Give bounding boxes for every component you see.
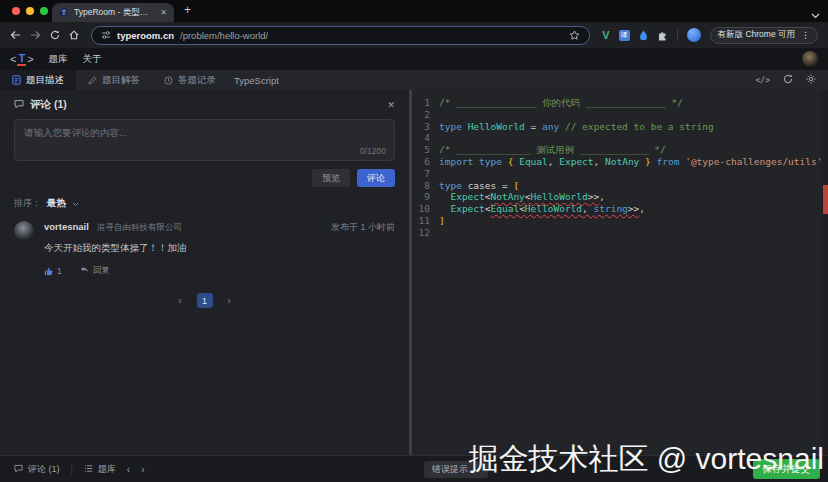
commenter-avatar[interactable] bbox=[14, 221, 34, 241]
document-icon bbox=[12, 75, 21, 85]
vue-devtools-icon[interactable]: V bbox=[602, 29, 609, 41]
code-line[interactable]: 9 Expect<NotAny<HelloWorld>>, bbox=[412, 191, 820, 203]
error-overview-marker bbox=[823, 185, 828, 214]
statusbar-comments-label: 评论 (1) bbox=[28, 463, 60, 476]
browser-tab[interactable]: T TypeRoom - 类型小屋 ✕ bbox=[52, 3, 174, 22]
chrome-update-button[interactable]: 有新版 Chrome 可用 ⋮ bbox=[710, 27, 818, 44]
nav-item-problem-bank[interactable]: 题库 bbox=[49, 53, 68, 66]
reply-label: 回复 bbox=[93, 265, 110, 277]
browser-tab-strip: T TypeRoom - 类型小屋 ✕ + bbox=[0, 0, 828, 22]
droplet-extension-icon[interactable] bbox=[639, 30, 648, 41]
toolbar-separator bbox=[677, 29, 678, 41]
code-text bbox=[430, 227, 439, 239]
sort-select[interactable]: 最热 bbox=[47, 197, 66, 210]
tab-answer-record[interactable]: 答题记录 bbox=[152, 70, 228, 90]
pagination: ‹ 1 › bbox=[14, 293, 395, 308]
chevron-down-icon[interactable] bbox=[72, 199, 79, 209]
forward-icon[interactable] bbox=[30, 30, 41, 40]
code-line[interactable]: 7 bbox=[412, 168, 820, 180]
line-number: 11 bbox=[412, 215, 430, 227]
maximize-window-button[interactable] bbox=[40, 7, 48, 15]
code-text: type HelloWorld = any // expected to be … bbox=[430, 121, 714, 133]
pen-icon bbox=[88, 76, 97, 85]
settings-gear-icon[interactable] bbox=[806, 74, 816, 86]
code-line[interactable]: 3type HelloWorld = any // expected to be… bbox=[412, 121, 820, 133]
comment-input[interactable] bbox=[15, 120, 394, 160]
window-controls bbox=[12, 7, 48, 15]
code-line[interactable]: 6import type { Equal, Expect, NotAny } f… bbox=[412, 156, 820, 168]
code-line[interactable]: 1/* ______________ 你的代码 ______________ *… bbox=[412, 97, 820, 109]
like-count: 1 bbox=[57, 266, 62, 276]
comments-title: 评论 (1) bbox=[30, 98, 67, 112]
line-number: 9 bbox=[412, 191, 430, 203]
code-line[interactable]: 5/* _____________ 测试用例 ____________ */ bbox=[412, 144, 820, 156]
minimize-window-button[interactable] bbox=[26, 7, 34, 15]
commenter-name[interactable]: vortesnail bbox=[44, 221, 89, 232]
page-number[interactable]: 1 bbox=[197, 293, 213, 308]
comment-time: 发布于 1 小时前 bbox=[331, 221, 395, 234]
code-text bbox=[430, 109, 439, 121]
editor-scrollbar[interactable] bbox=[821, 90, 828, 455]
code-line[interactable]: 2 bbox=[412, 109, 820, 121]
code-line[interactable]: 11] bbox=[412, 215, 820, 227]
tab-problem-solution[interactable]: 题目解答 bbox=[76, 70, 152, 90]
statusbar-separator: | bbox=[71, 464, 73, 474]
close-icon[interactable]: ✕ bbox=[387, 100, 395, 110]
nav-item-about[interactable]: 关于 bbox=[83, 53, 102, 66]
bookmark-star-icon[interactable] bbox=[569, 30, 580, 41]
extension-icon-1[interactable]: 译 bbox=[619, 30, 630, 41]
code-editor[interactable]: 1/* ______________ 你的代码 ______________ *… bbox=[412, 90, 828, 455]
tab-close-icon[interactable]: ✕ bbox=[160, 8, 167, 17]
user-avatar[interactable] bbox=[802, 51, 818, 67]
line-number: 7 bbox=[412, 168, 430, 180]
back-icon[interactable] bbox=[10, 30, 21, 40]
site-settings-icon[interactable] bbox=[101, 30, 111, 40]
url-bar[interactable]: typeroom.cn /problem/hello-world/ bbox=[91, 26, 590, 45]
reload-icon[interactable] bbox=[50, 30, 60, 40]
line-number: 1 bbox=[412, 97, 430, 109]
statusbar-bank-label: 题库 bbox=[98, 463, 116, 476]
code-line[interactable]: 10 Expect<Equal<HelloWorld, string>>, bbox=[412, 203, 820, 215]
code-line[interactable]: 12 bbox=[412, 227, 820, 239]
list-icon bbox=[84, 464, 93, 475]
preview-button[interactable]: 预览 bbox=[312, 169, 350, 187]
comment-bubble-icon bbox=[14, 99, 24, 111]
tab-label: 题目解答 bbox=[102, 74, 140, 87]
url-path: /problem/hello-world/ bbox=[180, 30, 268, 41]
site-logo[interactable]: < T > bbox=[10, 52, 34, 66]
new-tab-button[interactable]: + bbox=[184, 3, 191, 17]
logo-left-bracket: < bbox=[10, 53, 16, 65]
line-number: 2 bbox=[412, 109, 430, 121]
favicon-icon: T bbox=[59, 8, 69, 18]
browser-profile-avatar[interactable] bbox=[687, 28, 701, 42]
logo-right-bracket: > bbox=[27, 53, 33, 65]
browser-menu-icon[interactable]: ⋮ bbox=[801, 30, 810, 40]
line-number: 4 bbox=[412, 132, 430, 144]
reset-code-icon[interactable] bbox=[783, 74, 793, 86]
next-page-icon[interactable]: › bbox=[228, 295, 231, 306]
code-text bbox=[430, 168, 439, 180]
comments-panel: 评论 (1) ✕ 0/1200 预览 评论 排序： 最热 bbox=[0, 90, 409, 455]
screen: T TypeRoom - 类型小屋 ✕ + typeroom.cn /probl… bbox=[0, 0, 828, 482]
next-problem-icon[interactable]: › bbox=[141, 464, 144, 475]
prev-problem-icon[interactable]: ‹ bbox=[127, 464, 130, 475]
close-window-button[interactable] bbox=[12, 7, 20, 15]
window-menu-chevron-icon[interactable] bbox=[811, 5, 820, 23]
reply-button[interactable]: 回复 bbox=[80, 265, 110, 277]
comment-submit-button[interactable]: 评论 bbox=[357, 169, 395, 187]
code-line[interactable]: 4 bbox=[412, 132, 820, 144]
extensions-puzzle-icon[interactable] bbox=[657, 30, 668, 41]
code-line[interactable]: 8type cases = [ bbox=[412, 180, 820, 192]
format-code-icon[interactable]: </> bbox=[756, 76, 770, 85]
statusbar-bank-button[interactable]: 题库 bbox=[84, 463, 116, 476]
comment-content: 今天开始我的类型体操了！！加油 bbox=[44, 242, 395, 255]
statusbar-comments-button[interactable]: 评论 (1) bbox=[14, 463, 60, 476]
browser-tab-title: TypeRoom - 类型小屋 bbox=[74, 7, 155, 19]
prev-page-icon[interactable]: ‹ bbox=[178, 295, 181, 306]
code-text: /* ______________ 你的代码 ______________ */ bbox=[430, 97, 683, 109]
like-button[interactable]: 1 bbox=[44, 266, 62, 276]
main-area: 评论 (1) ✕ 0/1200 预览 评论 排序： 最热 bbox=[0, 90, 828, 455]
watermark: 掘金技术社区 @ vortesnail bbox=[468, 439, 824, 480]
tab-problem-description[interactable]: 题目描述 bbox=[0, 70, 76, 90]
home-icon[interactable] bbox=[69, 30, 79, 40]
